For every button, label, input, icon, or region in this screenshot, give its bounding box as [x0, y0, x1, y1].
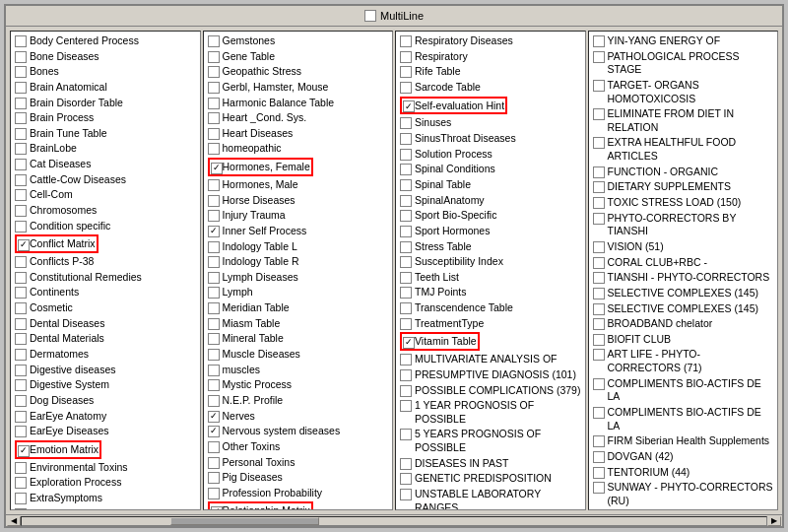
- list-item[interactable]: DISEASES IN PAST: [398, 456, 583, 472]
- checkbox[interactable]: [15, 256, 27, 268]
- list-item[interactable]: Spinal Table: [398, 177, 583, 193]
- list-item[interactable]: Constitutional Remedies: [13, 270, 198, 286]
- list-item[interactable]: Profession Probability: [206, 486, 391, 501]
- list-item[interactable]: Brain Tune Table: [13, 126, 198, 142]
- list-item[interactable]: PRESUMPTIVE DIAGNOSIS (101): [398, 367, 583, 383]
- checkbox[interactable]: [208, 302, 220, 314]
- list-item[interactable]: Injury Trauma: [206, 208, 391, 224]
- list-item[interactable]: Gerbl, Hamster, Mouse: [206, 80, 391, 96]
- checkbox[interactable]: [400, 51, 412, 63]
- checkbox[interactable]: [593, 435, 605, 447]
- checkbox[interactable]: [400, 473, 412, 485]
- checkbox[interactable]: [15, 287, 27, 299]
- checkbox[interactable]: [593, 197, 605, 209]
- checkbox[interactable]: [400, 400, 412, 412]
- list-item[interactable]: VISION (51): [591, 239, 776, 255]
- checkbox[interactable]: [400, 385, 412, 397]
- checkbox[interactable]: [15, 411, 27, 423]
- checkbox[interactable]: [593, 482, 605, 494]
- list-item[interactable]: homeopathic: [206, 141, 391, 157]
- checkbox[interactable]: [400, 149, 412, 161]
- checkbox[interactable]: [400, 272, 412, 284]
- list-item[interactable]: Hormones, Male: [206, 177, 391, 193]
- list-item[interactable]: SinusThroat Diseases: [398, 131, 583, 147]
- list-item[interactable]: EarEye Diseases: [13, 424, 198, 439]
- list-item[interactable]: Relationship Matrix: [206, 500, 391, 510]
- list-item[interactable]: DIETARY SUPPLEMENTS: [591, 179, 776, 195]
- list-item[interactable]: Condition specific: [13, 219, 198, 234]
- checkbox[interactable]: [400, 318, 412, 330]
- list-item[interactable]: Cosmetic: [13, 300, 198, 316]
- list-item[interactable]: Environmental Toxins: [13, 460, 198, 476]
- list-item[interactable]: Indology Table R: [206, 254, 391, 270]
- list-item[interactable]: TOXIC STRESS LOAD (150): [591, 195, 776, 211]
- checkbox[interactable]: [15, 51, 27, 63]
- checkbox[interactable]: [400, 117, 412, 129]
- checkbox[interactable]: [593, 378, 605, 390]
- list-item[interactable]: Vitamin Table: [398, 331, 583, 352]
- checkbox[interactable]: [593, 80, 605, 92]
- checkbox[interactable]: [208, 143, 220, 155]
- list-item[interactable]: Meridian Table: [206, 300, 391, 316]
- checkbox[interactable]: [593, 181, 605, 193]
- list-item[interactable]: MULTIVARIATE ANALYSIS OF: [398, 352, 583, 367]
- checkbox[interactable]: [208, 411, 220, 423]
- checkbox[interactable]: [593, 166, 605, 178]
- list-item[interactable]: Susceptibility Index: [398, 254, 583, 270]
- list-item[interactable]: Gene Table: [206, 49, 391, 65]
- checkbox[interactable]: [208, 379, 220, 391]
- checkbox[interactable]: [208, 333, 220, 345]
- list-item[interactable]: Harmonic Balance Table: [206, 96, 391, 111]
- list-item[interactable]: Geopathic Stress: [206, 64, 391, 80]
- list-item[interactable]: Hormones, Female: [206, 157, 391, 177]
- list-item[interactable]: Continents: [13, 285, 198, 300]
- list-item[interactable]: Gemstones: [206, 33, 391, 49]
- list-item[interactable]: Heart Diseases: [206, 126, 391, 142]
- checkbox[interactable]: [211, 506, 223, 510]
- checkbox[interactable]: [208, 195, 220, 207]
- list-item[interactable]: Cat Diseases: [13, 157, 198, 172]
- list-item[interactable]: Other Toxins: [206, 439, 391, 455]
- list-item[interactable]: Pig Diseases: [206, 470, 391, 486]
- checkbox[interactable]: [593, 137, 605, 149]
- list-item[interactable]: Brain Anatomical: [13, 80, 198, 96]
- list-item[interactable]: TreatmentType: [398, 316, 583, 332]
- checkbox[interactable]: [208, 82, 220, 94]
- list-item[interactable]: Heart _Cond. Sys.: [206, 110, 391, 126]
- list-item[interactable]: CORAL CLUB+RBC -: [591, 255, 776, 271]
- horizontal-scrollbar[interactable]: [21, 516, 767, 526]
- checkbox[interactable]: [400, 195, 412, 207]
- list-item[interactable]: Sarcode Table: [398, 80, 583, 96]
- list-item[interactable]: Cattle-Cow Diseases: [13, 172, 198, 188]
- list-item[interactable]: ART LIFE - PHYTO-CORRECTORS (71): [591, 347, 776, 375]
- list-item[interactable]: Spinal Conditions: [398, 162, 583, 177]
- scroll-right-button[interactable]: ▶: [767, 516, 781, 526]
- list-item[interactable]: SpinalAnatomy: [398, 193, 583, 209]
- checkbox[interactable]: [15, 508, 27, 510]
- list-item[interactable]: 5 YEARS PROGNOSIS OF POSSIBLE: [398, 427, 583, 455]
- checkbox[interactable]: [400, 489, 412, 500]
- list-item[interactable]: Mineral Table: [206, 331, 391, 347]
- list-item[interactable]: COMPLIMENTS BIO-ACTIFS DE LA: [591, 376, 776, 405]
- checkbox[interactable]: [400, 354, 412, 366]
- checkbox[interactable]: [15, 302, 27, 314]
- checkbox[interactable]: [211, 163, 223, 174]
- checkbox[interactable]: [593, 467, 605, 479]
- list-item[interactable]: 1 YEAR PROGNOSIS OF POSSIBLE: [398, 398, 583, 427]
- list-item[interactable]: PATHOLOGICAL PROCESS STAGE: [591, 49, 776, 78]
- list-item[interactable]: DOVGAN (42): [591, 449, 776, 465]
- list-item[interactable]: FUNCTION - ORGANIC: [591, 165, 776, 180]
- checkbox[interactable]: [208, 488, 220, 499]
- multiline-option[interactable]: MultiLine: [364, 10, 424, 22]
- list-item[interactable]: Muscle Diseases: [206, 347, 391, 363]
- checkbox[interactable]: [400, 226, 412, 237]
- checkbox[interactable]: [208, 365, 220, 376]
- list-item[interactable]: Nervous system diseases: [206, 424, 391, 439]
- checkbox[interactable]: [593, 108, 605, 120]
- list-item[interactable]: muscles: [206, 363, 391, 378]
- list-item[interactable]: ELIMINATE FROM DIET IN RELATION: [591, 106, 776, 135]
- list-item[interactable]: Solution Process: [398, 147, 583, 163]
- list-item[interactable]: Lymph Diseases: [206, 270, 391, 286]
- list-item[interactable]: Miasm Table: [206, 316, 391, 332]
- checkbox[interactable]: [400, 287, 412, 299]
